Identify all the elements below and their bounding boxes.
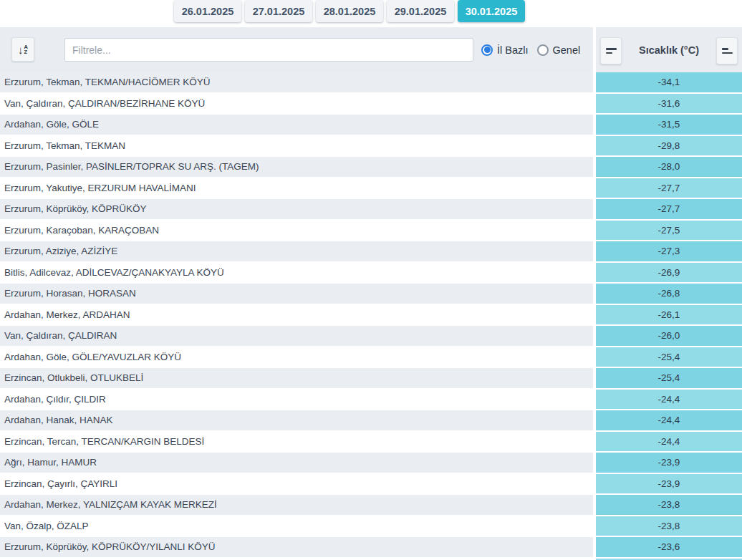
temperature-cell: -29,8 <box>596 136 742 158</box>
table-row: Erzurum, Horasan, HORASAN -26,8 <box>0 284 742 305</box>
temperature-cell: -27,7 <box>596 199 742 221</box>
temperature-cell: -24,4 <box>596 432 742 453</box>
location-cell: Ardahan, Göle, GÖLE <box>0 115 593 136</box>
radio-option[interactable]: Genel <box>537 44 581 56</box>
date-tab[interactable]: 28.01.2025 <box>316 0 383 22</box>
location-cell: Erzurum, Yakutiye, ERZURUM HAVALİMANI <box>0 178 593 200</box>
location-cell: Van, Çaldıran, ÇALDIRAN/BEZİRHANE KÖYÜ <box>0 94 593 115</box>
scope-radio-group: İl Bazlı Genel <box>481 27 580 72</box>
temperature-cell: -25,4 <box>596 368 742 390</box>
location-cell: Erzurum, Tekman, TEKMAN/HACİÖMER KÖYÜ <box>0 72 593 94</box>
temperature-cell: -27,7 <box>596 178 742 200</box>
table-row: Van, Çaldıran, ÇALDIRAN/BEZİRHANE KÖYÜ -… <box>0 94 742 115</box>
temperature-cell: -25,4 <box>596 347 742 369</box>
date-tab[interactable]: 26.01.2025 <box>174 0 241 22</box>
table-row: Erzurum, Aziziye, AZİZİYE -27,3 <box>0 241 742 263</box>
radio-option-label: Genel <box>553 44 581 56</box>
location-cell: Ardahan, Çıldır, ÇILDIR <box>0 390 593 411</box>
location-cell: Erzincan, Tercan, TERCAN/KARGIN BELDESİ <box>0 432 593 453</box>
date-tab[interactable]: 30.01.2025 <box>458 0 525 22</box>
temperature-cell: -28,0 <box>596 157 742 178</box>
temperature-cell: -34,1 <box>596 72 742 94</box>
location-cell: Ardahan, Merkez, ARDAHAN <box>0 305 593 327</box>
sort-alpha-down-icon: ↓ A Z <box>18 44 28 55</box>
location-cell: Ardahan, Merkez, YALNIZÇAM KAYAK MERKEZİ <box>0 495 593 516</box>
location-cell: Erzurum, Pasinler, PASİNLER/TOPRAK SU AR… <box>0 157 593 178</box>
sort-bars-ascending-icon <box>722 48 733 54</box>
temperature-cell: -23,9 <box>596 453 742 474</box>
location-cell: Ağrı, Hamur, HAMUR <box>0 453 593 474</box>
location-cell: Erzurum, Karaçoban, KARAÇOBAN <box>0 221 593 242</box>
date-tabstrip: 26.01.202527.01.202528.01.202529.01.2025… <box>0 0 742 27</box>
temperature-cell: -23,8 <box>596 516 742 538</box>
temperature-cell: -26,9 <box>596 263 742 284</box>
location-cell: Erzincan, Otlukbeli, OTLUKBELİ <box>0 368 593 390</box>
table-row: Ardahan, Merkez, YALNIZÇAM KAYAK MERKEZİ… <box>0 495 742 516</box>
radio-option-label: İl Bazlı <box>497 44 529 56</box>
table-row: Van, Çaldıran, ÇALDIRAN -26,0 <box>0 326 742 347</box>
radio-icon <box>537 44 549 56</box>
table-row: Ağrı, Hamur, HAMUR -23,9 <box>0 453 742 474</box>
location-cell: Van, Özalp, ÖZALP <box>0 516 593 538</box>
temperature-cell: -23,8 <box>596 495 742 516</box>
radio-option[interactable]: İl Bazlı <box>481 44 529 56</box>
table-row: Ardahan, Çıldır, ÇILDIR -24,4 <box>0 390 742 411</box>
location-cell: Ardahan, Göle, GÖLE/YAVUZLAR KÖYÜ <box>0 347 593 369</box>
temperature-cell: -27,3 <box>596 241 742 263</box>
table-row: Erzurum, Tekman, TEKMAN -29,8 <box>0 136 742 158</box>
sort-descending-button[interactable] <box>600 37 622 64</box>
filter-input[interactable] <box>64 38 473 62</box>
temperature-cell: -26,1 <box>596 305 742 327</box>
table-row: Erzincan, Çayırlı, ÇAYIRLI -23,9 <box>0 474 742 496</box>
location-cell: Ardahan, Hanak, HANAK <box>0 410 593 432</box>
temperature-cell: -23,9 <box>596 474 742 496</box>
table-row: Erzincan, Tercan, TERCAN/KARGIN BELDESİ … <box>0 432 742 453</box>
radio-icon <box>481 44 493 56</box>
temperature-cell: -24,4 <box>596 410 742 432</box>
location-cell: Erzurum, Köprüköy, KÖPRÜKÖY <box>0 199 593 221</box>
location-cell: Erzurum, Horasan, HORASAN <box>0 284 593 305</box>
table-row: Ardahan, Hanak, HANAK -24,4 <box>0 410 742 432</box>
table-row: Erzurum, Köprüköy, KÖPRÜKÖY/YILANLI KÖYÜ… <box>0 537 742 559</box>
location-cell: Erzurum, Tekman, TEKMAN <box>0 136 593 158</box>
sort-bars-descending-icon <box>606 48 617 54</box>
location-cell: Van, Çaldıran, ÇALDIRAN <box>0 326 593 347</box>
table-row: Erzurum, Tekman, TEKMAN/HACİÖMER KÖYÜ -3… <box>0 72 742 94</box>
temperature-cell: -26,8 <box>596 284 742 305</box>
filter-toolbar: ↓ A Z İl Bazlı Genel <box>0 27 593 72</box>
table-row: Erzurum, Karaçoban, KARAÇOBAN -27,5 <box>0 221 742 242</box>
location-cell: Bitlis, Adilcevaz, ADİLCEVAZ/ÇANAKYAYLA … <box>0 263 593 284</box>
table-row: Van, Özalp, ÖZALP -23,8 <box>0 516 742 538</box>
sort-alphabetical-button[interactable]: ↓ A Z <box>11 37 34 62</box>
date-tab[interactable]: 29.01.2025 <box>387 0 454 22</box>
temperature-cell: -23,6 <box>596 537 742 559</box>
temperature-cell: -26,0 <box>596 326 742 347</box>
table-row: Bitlis, Adilcevaz, ADİLCEVAZ/ÇANAKYAYLA … <box>0 263 742 284</box>
toolbar-band: ↓ A Z İl Bazlı Genel Sıcaklık (°C) <box>0 27 742 72</box>
date-tab[interactable]: 27.01.2025 <box>245 0 312 22</box>
table-row: Erzurum, Pasinler, PASİNLER/TOPRAK SU AR… <box>0 157 742 178</box>
sort-ascending-button[interactable] <box>716 37 738 64</box>
table-row: Erzurum, Köprüköy, KÖPRÜKÖY -27,7 <box>0 199 742 221</box>
weather-temperature-page: 26.01.202527.01.202528.01.202529.01.2025… <box>0 0 742 560</box>
temperature-cell: -24,4 <box>596 390 742 411</box>
table-row: Erzincan, Otlukbeli, OTLUKBELİ -25,4 <box>0 368 742 390</box>
location-cell: Erzurum, Aziziye, AZİZİYE <box>0 241 593 263</box>
table-row: Erzurum, Yakutiye, ERZURUM HAVALİMANI -2… <box>0 178 742 200</box>
table-row: Ardahan, Göle, GÖLE/YAVUZLAR KÖYÜ -25,4 <box>0 347 742 369</box>
temperature-table: Erzurum, Tekman, TEKMAN/HACİÖMER KÖYÜ -3… <box>0 72 742 560</box>
temperature-column-header: Sıcaklık (°C) <box>596 27 742 72</box>
location-cell: Erzurum, Köprüköy, KÖPRÜKÖY/YILANLI KÖYÜ <box>0 537 593 559</box>
temperature-cell: -31,6 <box>596 94 742 115</box>
location-cell: Erzincan, Çayırlı, ÇAYIRLI <box>0 474 593 496</box>
table-row: Ardahan, Merkez, ARDAHAN -26,1 <box>0 305 742 327</box>
temperature-cell: -31,5 <box>596 115 742 136</box>
table-row: Ardahan, Göle, GÖLE -31,5 <box>0 115 742 136</box>
temperature-cell: -27,5 <box>596 221 742 242</box>
